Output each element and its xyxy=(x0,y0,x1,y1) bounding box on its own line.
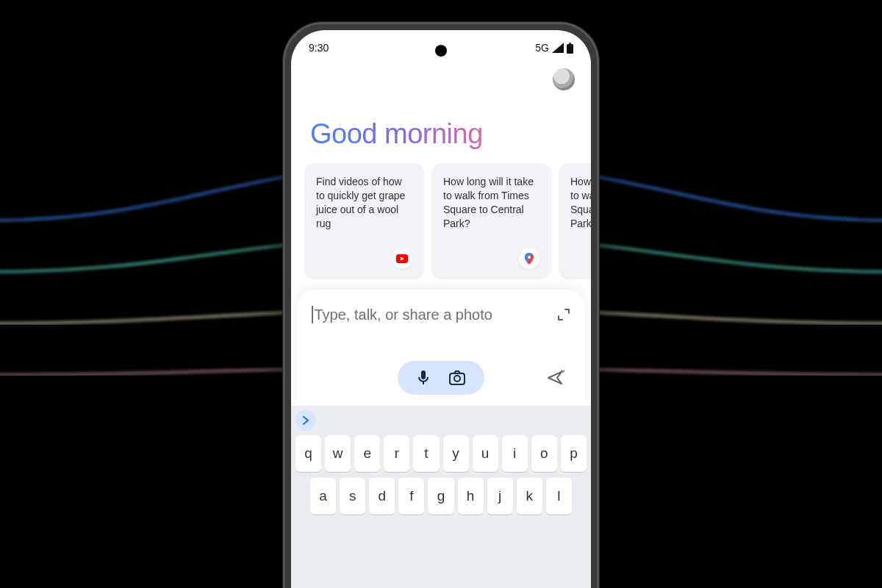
svg-point-3 xyxy=(528,256,531,259)
camera-notch xyxy=(435,45,447,57)
key[interactable]: y xyxy=(443,435,469,472)
keyboard: q w e r t y u i o p a s d f g h j k l xyxy=(291,406,591,588)
suggestion-card[interactable]: How long will it take to walk from Times… xyxy=(431,163,551,279)
key[interactable]: g xyxy=(428,478,453,514)
key[interactable]: r xyxy=(384,435,409,472)
key[interactable]: q xyxy=(295,435,321,472)
key[interactable]: j xyxy=(487,478,513,514)
input-panel: Type, talk, or share a photo xyxy=(297,290,585,406)
svg-rect-0 xyxy=(567,44,573,54)
phone-screen: 9:30 5G Good morning Find videos of how … xyxy=(291,30,591,588)
mic-icon[interactable] xyxy=(417,370,430,386)
youtube-icon xyxy=(392,248,412,269)
key[interactable]: o xyxy=(531,435,557,472)
key[interactable]: a xyxy=(310,478,336,514)
suggestion-text: How long will it take to walk from Times… xyxy=(570,175,591,231)
key[interactable]: l xyxy=(546,478,572,514)
signal-icon xyxy=(552,43,564,53)
svg-point-8 xyxy=(454,376,460,381)
key[interactable]: d xyxy=(369,478,395,514)
key[interactable]: f xyxy=(398,478,424,514)
status-network: 5G xyxy=(535,42,549,54)
key[interactable]: w xyxy=(325,435,351,472)
input-mode-pill xyxy=(398,361,484,395)
key[interactable]: p xyxy=(561,435,587,472)
expand-icon[interactable] xyxy=(557,308,570,321)
svg-rect-5 xyxy=(421,370,426,379)
prompt-input[interactable]: Type, talk, or share a photo xyxy=(312,306,492,323)
key[interactable]: h xyxy=(458,478,484,514)
battery-icon xyxy=(567,43,573,54)
maps-icon xyxy=(519,248,539,269)
greeting-heading: Good morning xyxy=(291,96,591,163)
key[interactable]: k xyxy=(517,478,542,514)
text-cursor xyxy=(312,306,313,323)
suggestion-card[interactable]: Find videos of how to quickly get grape … xyxy=(304,163,424,279)
keyboard-row: a s d f g h j k l xyxy=(295,478,587,514)
keyboard-expand-button[interactable] xyxy=(295,410,316,431)
send-button[interactable] xyxy=(547,370,564,386)
key[interactable]: u xyxy=(473,435,498,472)
key[interactable]: t xyxy=(413,435,439,472)
phone-frame: 9:30 5G Good morning Find videos of how … xyxy=(283,22,599,588)
svg-rect-1 xyxy=(569,43,571,44)
key[interactable]: s xyxy=(340,478,365,514)
phone-side-button xyxy=(598,208,599,274)
key[interactable]: i xyxy=(502,435,528,472)
status-time: 9:30 xyxy=(309,42,329,54)
camera-icon[interactable] xyxy=(449,370,465,385)
suggestion-text: How long will it take to walk from Times… xyxy=(443,175,539,231)
suggestion-cards: Find videos of how to quickly get grape … xyxy=(291,163,591,279)
prompt-placeholder: Type, talk, or share a photo xyxy=(315,306,492,323)
suggestion-text: Find videos of how to quickly get grape … xyxy=(316,175,412,231)
key[interactable]: e xyxy=(354,435,380,472)
suggestion-card[interactable]: How long will it take to walk from Times… xyxy=(559,163,591,279)
avatar[interactable] xyxy=(553,68,575,90)
keyboard-row: q w e r t y u i o p xyxy=(295,435,587,472)
